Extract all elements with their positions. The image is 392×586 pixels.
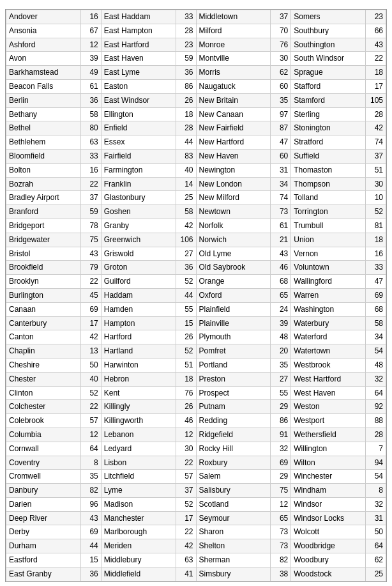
cell-num: 42 xyxy=(176,539,196,553)
cell-num: 69 xyxy=(80,525,101,539)
cell-num: 68 xyxy=(271,275,291,289)
cell-name: Sprague xyxy=(291,66,366,80)
cell-name: Glastonbury xyxy=(101,191,176,205)
cell-name: Ridgefield xyxy=(196,428,271,442)
cell-num: 61 xyxy=(80,79,101,93)
cell-name: Derby xyxy=(6,525,81,539)
cell-name: Colebrook xyxy=(6,414,81,428)
cell-name: Norwich xyxy=(196,233,271,247)
cell-num: 46 xyxy=(176,414,196,428)
cell-num: 51 xyxy=(366,163,386,177)
cell-num: 44 xyxy=(176,135,196,150)
cell-num: 36 xyxy=(176,66,196,80)
cell-name: Goshen xyxy=(101,205,176,219)
cell-num: 47 xyxy=(271,135,291,150)
cell-name: Kent xyxy=(101,386,176,400)
cell-num: 79 xyxy=(80,261,101,275)
cell-name: Ledyard xyxy=(101,442,176,456)
cell-num: 69 xyxy=(80,302,101,316)
cell-num: 30 xyxy=(176,442,196,456)
cell-name: Cheshire xyxy=(6,358,81,372)
cell-num: 43 xyxy=(80,247,101,261)
cell-num: 22 xyxy=(176,525,196,539)
cell-num: 36 xyxy=(80,93,101,107)
cell-num: 42 xyxy=(366,121,386,135)
cell-num: 32 xyxy=(271,442,291,456)
cell-num: 65 xyxy=(271,288,291,302)
cell-num: 33 xyxy=(176,10,196,24)
cell-num: 20 xyxy=(271,344,291,359)
cell-name: Seymour xyxy=(196,511,271,525)
cell-num: 43 xyxy=(80,511,101,525)
cell-name: Coventry xyxy=(6,456,81,470)
cell-num: 65 xyxy=(271,511,291,525)
cell-num: 51 xyxy=(176,358,196,372)
cell-num: 12 xyxy=(176,428,196,442)
cell-num: 58 xyxy=(176,205,196,219)
cell-name: Preston xyxy=(196,372,271,386)
cell-num: 96 xyxy=(80,497,101,511)
cell-name: Manchester xyxy=(101,511,176,525)
cell-name: Canton xyxy=(6,330,81,344)
cell-num: 17 xyxy=(80,316,101,330)
cell-num: 75 xyxy=(271,484,291,498)
cell-name: Chester xyxy=(6,372,81,386)
cell-num: 78 xyxy=(80,219,101,233)
cell-num: 55 xyxy=(176,302,196,316)
cell-name: Bridgeport xyxy=(6,219,81,233)
cell-name: Cromwell xyxy=(6,470,81,484)
cell-name: New Fairfield xyxy=(196,121,271,135)
cell-num: 35 xyxy=(271,358,291,372)
cell-num: 30 xyxy=(271,52,291,66)
cell-num: 105 xyxy=(366,93,386,107)
cell-num: 48 xyxy=(271,330,291,344)
cell-name: Westbrook xyxy=(291,358,366,372)
cell-num: 29 xyxy=(271,400,291,414)
cell-name: Thomaston xyxy=(291,163,366,177)
cell-num: 22 xyxy=(176,456,196,470)
cell-name: Burlington xyxy=(6,288,81,302)
cell-name: Pomfret xyxy=(196,344,271,359)
cell-name: West Hartford xyxy=(291,372,366,386)
cell-num: 25 xyxy=(366,567,386,581)
cell-num: 86 xyxy=(271,414,291,428)
cell-num: 26 xyxy=(176,93,196,107)
cell-num: 14 xyxy=(176,177,196,191)
cell-num: 64 xyxy=(366,539,386,553)
cell-name: Killingly xyxy=(101,400,176,414)
cell-name: Sherman xyxy=(196,553,271,567)
cell-name: Bradley Airport xyxy=(6,191,81,205)
cell-name: Windsor xyxy=(291,497,366,511)
cell-num: 44 xyxy=(80,539,101,553)
cell-num: 58 xyxy=(80,107,101,121)
cell-num: 45 xyxy=(80,288,101,302)
cell-name: Durham xyxy=(6,539,81,553)
cell-name: Oxford xyxy=(196,288,271,302)
cell-name: Brooklyn xyxy=(6,275,81,289)
cell-num: 39 xyxy=(80,52,101,66)
table-wrapper: Andover16East Haddam33Middletown37Somers… xyxy=(5,9,387,582)
cell-num: 73 xyxy=(271,539,291,553)
cell-name: Windham xyxy=(291,484,366,498)
cell-name: Beacon Falls xyxy=(6,79,81,93)
cell-num: 23 xyxy=(366,10,386,24)
cell-num: 50 xyxy=(80,358,101,372)
cell-num: 63 xyxy=(80,135,101,150)
cell-num: 82 xyxy=(271,553,291,567)
cell-name: Willington xyxy=(291,442,366,456)
cell-name: Hamden xyxy=(101,302,176,316)
cell-name: Enfield xyxy=(101,121,176,135)
cell-name: Shelton xyxy=(196,539,271,553)
cell-num: 12 xyxy=(271,497,291,511)
cell-num: 37 xyxy=(176,484,196,498)
cell-name: Ansonia xyxy=(6,24,81,38)
cell-num: 86 xyxy=(176,79,196,93)
cell-name: Woodbury xyxy=(291,553,366,567)
cell-num: 54 xyxy=(366,470,386,484)
cell-num: 49 xyxy=(80,66,101,80)
cell-name: Guilford xyxy=(101,275,176,289)
cell-num: 40 xyxy=(80,372,101,386)
cell-num: 16 xyxy=(80,163,101,177)
cell-num: 67 xyxy=(80,24,101,38)
cell-num: 70 xyxy=(271,24,291,38)
